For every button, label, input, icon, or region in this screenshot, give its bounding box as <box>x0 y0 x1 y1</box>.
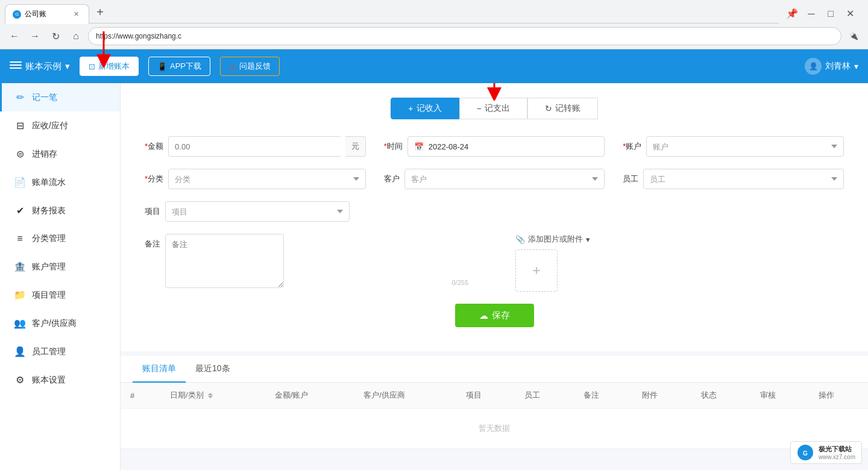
data-table: # 日期/类别 金额/账户 客户/供应商 项目 员工 <box>121 383 868 449</box>
sidebar-item-jiyibi[interactable]: ✏ 记一笔 <box>0 83 120 111</box>
browser-tab-active[interactable]: G 公司账 ✕ <box>5 4 89 24</box>
category-select[interactable]: 分类 <box>168 169 366 189</box>
pin-icon[interactable]: 📌 <box>784 5 800 22</box>
tab-close-icon[interactable]: ✕ <box>71 9 81 19</box>
save-label: 保存 <box>492 310 510 321</box>
watermark-url: www.xz7.com <box>819 454 855 460</box>
add-account-button[interactable]: ⊡ 新增账本 <box>80 57 139 76</box>
new-tab-button[interactable]: + <box>92 4 108 20</box>
transfer-icon: ↻ <box>545 104 552 113</box>
remark-label: 备注 <box>145 234 160 249</box>
project-select[interactable]: 项目 <box>165 201 350 222</box>
close-window-button[interactable]: ✕ <box>841 5 858 22</box>
table-tabs: 账目清单 最近10条 <box>121 356 868 383</box>
extensions-button[interactable]: 🔌 <box>845 28 862 45</box>
attachment-label-text: 添加图片或附件 <box>528 234 583 245</box>
sidebar-item-shezhi[interactable]: ⚙ 账本设置 <box>0 366 120 394</box>
time-field: *时间 📅 2022-08-24 <box>384 136 605 157</box>
tab-transfer[interactable]: ↻ 记转账 <box>527 98 598 119</box>
table-tab-qingdan[interactable]: 账目清单 <box>133 356 186 383</box>
col-action: 操作 <box>809 383 868 409</box>
sidebar-item-label: 财务报表 <box>32 205 66 216</box>
sidebar-item-zhangdan[interactable]: 📄 账单流水 <box>0 168 120 196</box>
form-row-4: 备注 0/255 📎 添加图片或附件 ▾ + <box>145 234 844 292</box>
sidebar: ✏ 记一笔 ⊟ 应收/应付 ⊜ 进销存 📄 账单流水 ✔ 财务报表 ≡ 分类管理… <box>0 83 121 470</box>
minimize-button[interactable]: ─ <box>803 5 820 22</box>
income-tab-label: 记收入 <box>417 103 442 114</box>
col-date[interactable]: 日期/类别 <box>160 383 265 409</box>
browser-chrome: G 公司账 ✕ + 📌 ─ □ ✕ ← → ↻ ⌂ https://www.go… <box>0 0 868 49</box>
sidebar-item-label: 账单流水 <box>32 177 66 188</box>
customer-label: 客户 <box>384 174 400 184</box>
sidebar-item-kehu[interactable]: 👥 客户/供应商 <box>0 309 120 337</box>
category-icon: ≡ <box>14 233 26 244</box>
forward-button[interactable]: → <box>27 28 43 45</box>
address-bar[interactable]: https://www.gongsizhang.c <box>88 27 841 45</box>
tab-income[interactable]: + 记收入 <box>391 98 459 119</box>
save-button[interactable]: ☁ 保存 <box>455 304 534 327</box>
app-logo[interactable]: 账本示例 ▾ <box>10 61 70 72</box>
col-project: 项目 <box>456 383 515 409</box>
form-tabs: + 记收入 − 记支出 ↻ 记转账 <box>145 98 844 119</box>
sidebar-item-zhanghu[interactable]: 🏦 账户管理 <box>0 252 120 281</box>
customer-select[interactable]: 客户 <box>404 169 605 189</box>
sidebar-item-xiangmu[interactable]: 📁 项目管理 <box>0 281 120 309</box>
sidebar-item-label: 记一笔 <box>32 92 57 103</box>
amount-input[interactable] <box>168 136 341 157</box>
employee-select[interactable]: 员工 <box>643 169 844 189</box>
form-section: + 记收入 − 记支出 ↻ 记转账 <box>121 83 868 351</box>
home-button[interactable]: ⌂ <box>68 28 84 45</box>
category-label: *分类 <box>145 174 163 184</box>
maximize-button[interactable]: □ <box>822 5 839 22</box>
col-attachment: 附件 <box>632 383 691 409</box>
watermark: G 极光下载站 www.xz7.com <box>790 441 862 464</box>
col-audit: 审核 <box>750 383 810 409</box>
tab-title: 公司账 <box>25 9 68 19</box>
ledger-icon: ⊟ <box>14 120 26 131</box>
sidebar-item-caiwu[interactable]: ✔ 财务报表 <box>0 196 120 225</box>
qingdan-label: 账目清单 <box>142 363 176 373</box>
menu-icon <box>10 61 22 71</box>
save-section: ☁ 保存 <box>145 304 844 327</box>
warning-icon: ⚠ <box>229 62 236 71</box>
remark-field: 备注 0/255 <box>145 234 473 290</box>
project-icon: 📁 <box>14 289 26 301</box>
back-button[interactable]: ← <box>6 28 23 45</box>
remark-textarea[interactable] <box>165 234 284 288</box>
table-section: 账目清单 最近10条 # 日期/类别 <box>121 356 868 449</box>
employee-icon: 👤 <box>14 346 26 357</box>
add-icon: ⊡ <box>89 62 95 71</box>
refresh-button[interactable]: ↻ <box>47 28 64 45</box>
sidebar-item-jinxiaocun[interactable]: ⊜ 进销存 <box>0 140 120 168</box>
attachment-dropdown-icon: ▾ <box>586 235 590 244</box>
sidebar-item-yuangong[interactable]: 👤 员工管理 <box>0 337 120 366</box>
bill-icon: 📄 <box>14 177 26 188</box>
customer-icon: 👥 <box>14 318 26 329</box>
sidebar-item-fenlei[interactable]: ≡ 分类管理 <box>0 225 120 252</box>
form-row-3: 项目 项目 <box>145 201 844 222</box>
user-menu[interactable]: 👤 刘青林 ▾ <box>805 58 858 75</box>
paperclip-icon: 📎 <box>515 235 525 244</box>
attachment-add-button[interactable]: + <box>515 249 558 292</box>
feedback-button[interactable]: ⚠ 问题反馈 <box>220 57 280 76</box>
sidebar-item-label: 客户/供应商 <box>32 318 77 329</box>
account-label: *账户 <box>623 141 641 152</box>
watermark-title: 极光下载站 <box>819 445 855 454</box>
sort-date-icon <box>208 393 213 398</box>
table-tab-recent[interactable]: 最近10条 <box>186 356 240 383</box>
sidebar-item-yingshou[interactable]: ⊟ 应收/应付 <box>0 111 120 140</box>
date-value: 2022-08-24 <box>429 142 469 151</box>
time-picker[interactable]: 📅 2022-08-24 <box>407 136 605 157</box>
account-select[interactable]: 账户 <box>646 136 844 157</box>
col-status: 状态 <box>691 383 750 409</box>
category-field: *分类 分类 <box>145 169 366 189</box>
required-star-account: * <box>623 142 626 151</box>
sidebar-item-label: 进销存 <box>32 149 57 160</box>
recent-label: 最近10条 <box>195 363 230 373</box>
tab-expense[interactable]: − 记支出 <box>459 98 527 119</box>
attachment-label-btn[interactable]: 📎 添加图片或附件 ▾ <box>515 234 844 245</box>
attachment-area: 📎 添加图片或附件 ▾ + <box>491 234 844 292</box>
expense-minus-icon: − <box>477 104 482 113</box>
amount-label: *金额 <box>145 141 163 152</box>
app-download-button[interactable]: 📱 APP下载 <box>148 57 210 76</box>
